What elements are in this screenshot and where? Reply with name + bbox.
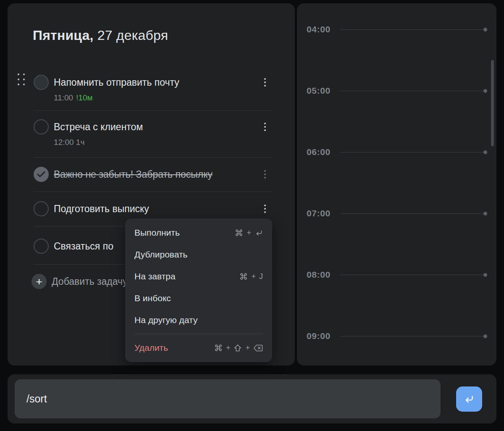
menu-divider xyxy=(134,334,263,334)
menu-item-delete[interactable]: Удалить + + xyxy=(125,337,272,359)
page-title: Пятница,27 декабря xyxy=(33,28,168,43)
hour-dot xyxy=(483,89,487,93)
hour-dot xyxy=(483,273,487,277)
hour-dot xyxy=(483,28,487,32)
hour-line xyxy=(340,336,485,336)
drag-handle-icon[interactable] xyxy=(18,74,27,88)
context-menu: Выполнить + Дублировать На завтра +J В и… xyxy=(125,218,272,362)
plus-icon: + xyxy=(32,274,47,289)
command-input[interactable] xyxy=(15,379,441,418)
shortcut-key: + xyxy=(226,344,231,352)
shortcut-hint: +J xyxy=(239,272,263,281)
command-input-wrap xyxy=(15,379,441,418)
task-checkbox[interactable] xyxy=(34,75,49,90)
command-bar xyxy=(8,374,496,423)
task-meta: 11:00!10м xyxy=(54,93,273,102)
hour-dot xyxy=(483,334,487,338)
shortcut-hint: + xyxy=(235,229,263,237)
menu-item-inbox[interactable]: В инбокс xyxy=(125,287,272,309)
task-duration: 1ч xyxy=(76,138,84,147)
task-title: Связаться по xyxy=(54,241,113,252)
hour-line xyxy=(340,213,485,214)
kebab-menu-icon[interactable] xyxy=(260,168,270,180)
hour-label: 06:00 xyxy=(307,147,331,157)
kebab-menu-icon[interactable] xyxy=(260,203,270,215)
shortcut-key: + xyxy=(251,273,256,280)
menu-item-complete[interactable]: Выполнить + xyxy=(125,222,272,244)
task-checkbox[interactable] xyxy=(34,119,49,134)
shortcut-hint: + + xyxy=(214,344,263,352)
weekday-label: Пятница, xyxy=(33,28,94,43)
hour-label: 07:00 xyxy=(307,208,331,218)
menu-item-duplicate[interactable]: Дублировать xyxy=(125,244,272,265)
shortcut-key: + xyxy=(245,344,250,352)
menu-item-other-date[interactable]: На другую дату xyxy=(125,309,272,331)
date-label: 27 декабря xyxy=(97,28,168,43)
checkmark-icon xyxy=(37,171,45,178)
task-checkbox[interactable] xyxy=(34,201,49,216)
task-title: Важно не забыть! Забрать посылку xyxy=(54,169,213,180)
backspace-icon xyxy=(253,344,263,352)
task-reminder: !10м xyxy=(76,93,92,102)
shift-icon xyxy=(234,344,242,352)
timeline-hour-row: 08:00 xyxy=(297,270,496,280)
task-checkbox-checked[interactable] xyxy=(34,167,49,182)
cmd-icon xyxy=(214,344,223,352)
task-checkbox[interactable] xyxy=(34,239,49,254)
hour-label: 05:00 xyxy=(307,86,331,96)
add-task-label: Добавить задачу xyxy=(52,276,128,287)
task-meta: 12:00 1ч xyxy=(54,138,273,147)
task-row[interactable]: Встреча с клиентом 12:00 1ч xyxy=(34,111,273,158)
timeline-hour-row: 06:00 xyxy=(297,147,496,157)
task-time: 12:00 xyxy=(54,138,74,147)
kebab-menu-icon[interactable] xyxy=(260,76,270,88)
send-button[interactable] xyxy=(456,386,482,412)
hour-label: 04:00 xyxy=(307,24,331,34)
shortcut-key: + xyxy=(247,229,251,237)
hour-label: 09:00 xyxy=(307,331,331,341)
hour-dot xyxy=(483,212,487,216)
hour-label: 08:00 xyxy=(307,270,331,280)
task-row[interactable]: Напомнить отправить почту 11:00!10м xyxy=(34,69,273,111)
return-icon xyxy=(255,229,263,237)
kebab-menu-icon[interactable] xyxy=(260,121,270,133)
timeline-hour-row: 04:00 xyxy=(297,24,496,34)
cmd-icon xyxy=(235,229,243,237)
timeline-hour-row: 05:00 xyxy=(297,86,496,96)
hour-line xyxy=(340,29,485,30)
return-arrow-icon xyxy=(463,393,475,405)
task-title: Подготовить выписку xyxy=(54,203,149,215)
menu-item-tomorrow[interactable]: На завтра +J xyxy=(125,265,272,287)
shortcut-key: J xyxy=(259,273,263,280)
hour-line xyxy=(340,152,485,152)
scrollbar-thumb[interactable] xyxy=(491,60,494,146)
hour-dot xyxy=(483,150,487,154)
timeline-hour-row: 09:00 xyxy=(297,331,496,341)
task-time: 11:00 xyxy=(54,93,73,102)
task-title: Напомнить отправить почту xyxy=(54,77,179,88)
task-title: Встреча с клиентом xyxy=(54,121,143,133)
task-row[interactable]: Важно не забыть! Забрать посылку xyxy=(34,158,273,192)
timeline-panel: 04:0005:0006:0007:0008:0009:00 xyxy=(297,3,496,365)
hour-line xyxy=(340,91,485,91)
timeline-hour-row: 07:00 xyxy=(297,208,496,218)
hour-line xyxy=(340,275,485,275)
cmd-icon xyxy=(239,272,248,281)
